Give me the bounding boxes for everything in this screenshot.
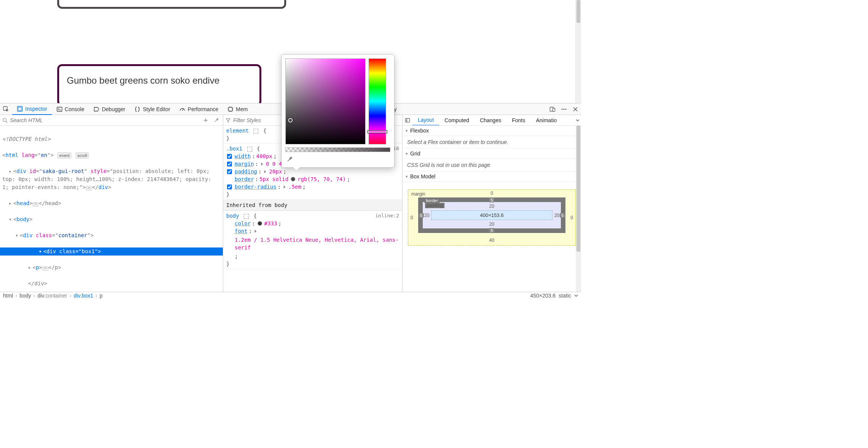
twisty-box1[interactable] <box>39 247 43 256</box>
decl-font[interactable]: font: 1.2em / 1.5 Helvetica Neue, Helvet… <box>235 227 399 260</box>
crumb-container[interactable]: div.container <box>37 293 67 299</box>
close-box1[interactable]: </div> <box>28 280 47 286</box>
sidebar-tab-changes[interactable]: Changes <box>475 115 507 126</box>
sidebar-tab-animations[interactable]: Animatio <box>531 115 562 126</box>
markup-search-input[interactable] <box>10 117 199 123</box>
toggle-padding[interactable] <box>227 169 232 174</box>
tab-memory[interactable]: Mem <box>223 104 252 115</box>
devtools-options-button[interactable] <box>558 104 570 115</box>
color-swatch[interactable] <box>258 221 262 226</box>
padding-bottom-value[interactable]: 20 <box>489 222 494 227</box>
color-picker-popup[interactable] <box>281 54 395 168</box>
color-hue-slider[interactable] <box>369 58 386 144</box>
boxmodel-padding[interactable]: padding 20 20 20 20 400×153.6 <box>423 202 561 228</box>
padding-left-value[interactable]: 20 <box>424 213 429 218</box>
twisty-body[interactable] <box>9 215 13 223</box>
pick-element-button[interactable] <box>0 104 12 115</box>
section-grid[interactable]: Grid <box>403 149 581 159</box>
devtools-close-button[interactable] <box>570 104 581 115</box>
sidebar-tab-computed[interactable]: Computed <box>439 115 475 126</box>
margin-left-value[interactable]: 0 <box>411 215 413 220</box>
sidebar-scrollbar-thumb[interactable] <box>577 126 580 252</box>
boxmodel-border[interactable]: border 5 5 5 5 padding 20 20 20 20 <box>418 197 565 233</box>
ellipsis-icon[interactable]: ⋯ <box>86 186 92 191</box>
event-badge[interactable]: event <box>57 152 71 158</box>
decl-padding[interactable]: padding: 20px; <box>235 168 399 175</box>
toggle-border-radius[interactable] <box>227 184 232 189</box>
color-alpha-slider[interactable] <box>285 147 390 152</box>
add-node-button[interactable] <box>201 116 210 125</box>
saka-div-node[interactable]: div <box>16 168 26 174</box>
tab-debugger[interactable]: Debugger <box>89 104 130 115</box>
tab-style-editor[interactable]: Style Editor <box>130 104 175 115</box>
expand-icon[interactable] <box>264 170 266 173</box>
sidebar-scrollbar[interactable] <box>576 126 581 292</box>
margin-top-value[interactable]: 0 <box>491 191 493 196</box>
chevron-down-icon[interactable] <box>574 294 578 298</box>
box1-selector[interactable]: .box1 <box>226 146 242 152</box>
highlight-icon[interactable] <box>244 214 249 219</box>
margin-right-value[interactable]: 0 <box>570 215 573 220</box>
margin-bottom-value[interactable]: 40 <box>489 238 494 243</box>
twisty-head[interactable] <box>9 199 13 207</box>
boxmodel-margin[interactable]: margin 0 0 40 0 border 5 5 5 5 paddi <box>408 189 576 246</box>
twisty-saka[interactable] <box>9 167 13 175</box>
sidebar-tab-layout[interactable]: Layout <box>412 115 439 126</box>
highlight-icon[interactable] <box>247 147 252 152</box>
expand-icon[interactable] <box>284 185 286 188</box>
selected-node[interactable]: <div class="box1"> <box>0 247 223 256</box>
border-bottom-value[interactable]: 5 <box>489 228 494 233</box>
decl-border-radius[interactable]: border-radius: .5em; <box>235 183 399 191</box>
tab-inspector[interactable]: Inspector <box>12 104 52 115</box>
doctype-node[interactable]: <!DOCTYPE html> <box>2 136 50 142</box>
crumb-box1[interactable]: div.box1 <box>74 293 93 299</box>
responsive-design-button[interactable] <box>547 104 558 115</box>
color-eyedropper-button[interactable] <box>285 155 294 163</box>
tab-performance[interactable]: Performance <box>175 104 223 115</box>
body-selector[interactable]: body <box>226 213 239 219</box>
scroll-badge[interactable]: scroll <box>76 152 89 158</box>
tab-console[interactable]: Console <box>52 104 89 115</box>
decl-color[interactable]: color: #333; <box>235 220 399 227</box>
border-top-value[interactable]: 5 <box>489 198 494 202</box>
crumb-html[interactable]: html <box>3 293 13 299</box>
padding-top-value[interactable]: 20 <box>489 204 494 209</box>
rule-body[interactable]: inline:2 body { color: #333; font: 1.2em… <box>223 211 402 269</box>
section-flexbox[interactable]: Flexbox <box>403 126 581 136</box>
toggle-3pane-button[interactable] <box>403 115 412 126</box>
expand-icon[interactable] <box>261 162 263 165</box>
color-swatch[interactable] <box>291 177 295 181</box>
border-left-value[interactable]: 5 <box>419 213 424 218</box>
ellipsis-icon[interactable]: ⋯ <box>32 202 39 207</box>
color-sv-cursor[interactable] <box>288 118 293 123</box>
boxmodel-content[interactable]: 400×153.6 <box>431 210 552 220</box>
page-scrollbar-thumb[interactable] <box>577 0 580 23</box>
crumb-p[interactable]: p <box>100 293 103 299</box>
border-right-value[interactable]: 5 <box>560 213 565 218</box>
decl-border[interactable]: border: 5px solidrgb(75, 70, 74); <box>235 175 399 183</box>
twisty-container[interactable] <box>15 231 20 239</box>
eyedropper-button[interactable] <box>212 116 221 125</box>
highlight-icon[interactable] <box>253 129 258 134</box>
section-boxmodel[interactable]: Box Model <box>403 171 581 182</box>
container-node[interactable]: div <box>23 232 32 238</box>
ellipsis-icon[interactable]: ⋯ <box>42 266 48 271</box>
head-node[interactable]: head <box>16 200 29 206</box>
color-hue-cursor[interactable] <box>368 131 387 133</box>
sidebar-tabs-overflow[interactable] <box>576 118 581 122</box>
html-tag[interactable]: html <box>5 152 18 158</box>
twisty-p1[interactable] <box>28 264 32 272</box>
source-link-body[interactable]: inline:2 <box>375 212 399 220</box>
crumb-body[interactable]: body <box>19 293 31 299</box>
element-selector[interactable]: element <box>226 128 249 134</box>
expand-icon[interactable] <box>255 230 257 233</box>
page-scrollbar[interactable] <box>575 0 581 103</box>
sidebar-tab-fonts[interactable]: Fonts <box>507 115 531 126</box>
toggle-margin[interactable] <box>227 162 232 167</box>
boxmodel-position[interactable]: static <box>559 293 571 299</box>
padding-right-value[interactable]: 20 <box>554 213 559 218</box>
toggle-width[interactable] <box>227 154 232 159</box>
color-saturation-field[interactable] <box>285 58 366 144</box>
body-node[interactable]: body <box>16 216 29 222</box>
markup-tree[interactable]: <!DOCTYPE html> <html lang="en"> event s… <box>0 126 223 292</box>
